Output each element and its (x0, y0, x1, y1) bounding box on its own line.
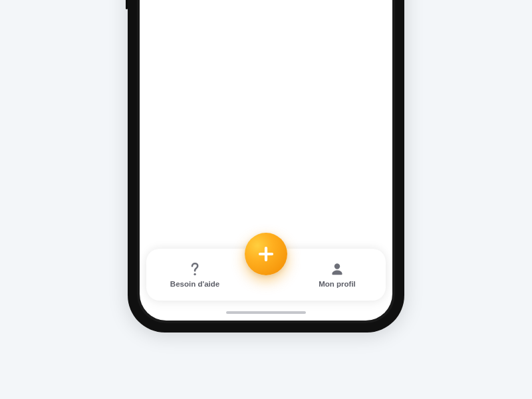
phone-frame: Besoin d'aide Mon profil (128, 0, 404, 332)
plus-icon (256, 244, 276, 264)
phone-bezel: Besoin d'aide Mon profil (137, 0, 395, 323)
question-icon (187, 261, 203, 277)
add-button[interactable] (245, 233, 287, 275)
user-icon (329, 261, 345, 277)
tab-help[interactable]: Besoin d'aide (165, 261, 225, 288)
tab-help-label: Besoin d'aide (170, 280, 219, 288)
svg-point-0 (194, 273, 196, 275)
svg-point-1 (334, 263, 340, 269)
tab-profile-label: Mon profil (319, 280, 356, 288)
tab-profile[interactable]: Mon profil (307, 261, 367, 288)
home-indicator[interactable] (226, 311, 306, 314)
phone-side-button (126, 0, 128, 9)
screen: Besoin d'aide Mon profil (140, 0, 392, 321)
